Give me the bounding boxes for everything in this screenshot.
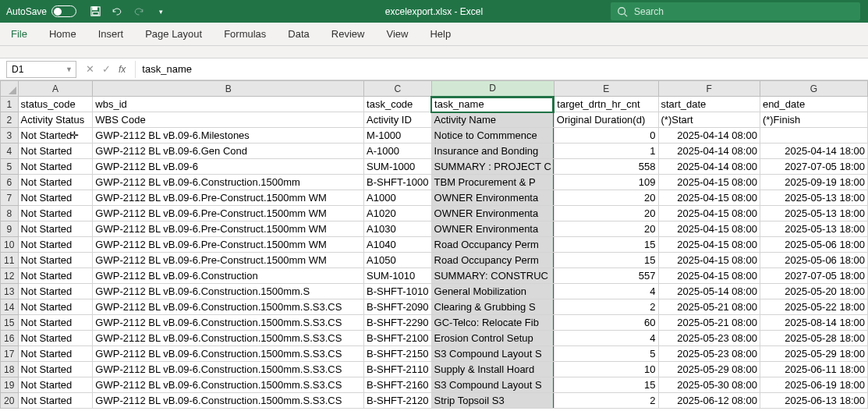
row-header[interactable]: 11 <box>1 253 19 268</box>
cell[interactable]: 2025-05-06 18:00 <box>760 253 867 268</box>
row-header[interactable]: 20 <box>1 393 19 409</box>
cell[interactable]: 2027-07-05 18:00 <box>760 268 867 284</box>
cell[interactable]: 2025-08-14 18:00 <box>760 315 867 331</box>
cell[interactable]: Activity Name <box>431 112 554 128</box>
cell[interactable]: start_date <box>658 97 760 112</box>
cell[interactable]: 2025-05-14 08:00 <box>658 284 760 299</box>
cell[interactable]: Not Started <box>18 237 93 253</box>
tab-home[interactable]: Home <box>38 23 87 45</box>
row-header[interactable]: 14 <box>1 299 19 315</box>
cell[interactable]: Not Started <box>18 284 93 299</box>
cell[interactable]: 20 <box>554 190 658 206</box>
col-header-C[interactable]: C <box>364 81 431 97</box>
cell[interactable]: Not Started <box>18 175 93 190</box>
spreadsheet-grid[interactable]: ABCDEFG1status_codewbs_idtask_codetask_n… <box>0 80 868 409</box>
tab-review[interactable]: Review <box>321 23 376 45</box>
cell[interactable]: B-SHFT-2100 <box>364 331 431 346</box>
cell[interactable]: task_name <box>431 97 554 112</box>
row-header[interactable]: 8 <box>1 206 19 221</box>
cell[interactable]: 2025-04-14 08:00 <box>658 143 760 159</box>
cell[interactable]: 20 <box>554 221 658 237</box>
cell[interactable]: GWP-2112 BL vB.09-6.Milestones <box>93 128 364 143</box>
row-header[interactable]: 17 <box>1 346 19 362</box>
enter-icon[interactable]: ✓ <box>102 63 111 75</box>
cell[interactable]: 2025-05-21 08:00 <box>658 315 760 331</box>
cell[interactable]: 2025-04-14 08:00 <box>658 159 760 175</box>
cell[interactable]: Road Occupancy Perm <box>431 253 554 268</box>
cell[interactable]: 2025-05-23 08:00 <box>658 331 760 346</box>
cell[interactable]: wbs_id <box>93 97 364 112</box>
cell[interactable]: OWNER Environmenta <box>431 206 554 221</box>
cell[interactable]: Insurance and Bonding <box>431 143 554 159</box>
cell[interactable]: GWP-2112 BL vB.09-6.Pre-Construct.1500mm… <box>93 190 364 206</box>
col-header-F[interactable]: F <box>658 81 760 97</box>
cell[interactable]: B-SHFT-2290 <box>364 315 431 331</box>
row-header[interactable]: 15 <box>1 315 19 331</box>
cell[interactable]: GWP-2112 BL vB.09-6.Pre-Construct.1500mm… <box>93 253 364 268</box>
cell[interactable]: 2025-04-15 08:00 <box>658 221 760 237</box>
row-header[interactable]: 9 <box>1 221 19 237</box>
cell[interactable]: A1020 <box>364 206 431 221</box>
cell[interactable]: GWP-2112 BL vB.09-6.Pre-Construct.1500mm… <box>93 206 364 221</box>
save-icon[interactable] <box>89 5 101 18</box>
cell[interactable]: 558 <box>554 159 658 175</box>
cell[interactable]: Activity Status <box>18 112 93 128</box>
cell[interactable]: OWNER Environmenta <box>431 221 554 237</box>
cell[interactable]: 4 <box>554 284 658 299</box>
cell[interactable] <box>760 128 867 143</box>
grid-area[interactable]: ABCDEFG1status_codewbs_idtask_codetask_n… <box>0 80 868 409</box>
row-header[interactable]: 6 <box>1 175 19 190</box>
cell[interactable]: TBM Procurement & P <box>431 175 554 190</box>
cell[interactable]: GWP-2112 BL vB.09-6.Gen Cond <box>93 143 364 159</box>
cell[interactable]: 0 <box>554 128 658 143</box>
row-header[interactable]: 12 <box>1 268 19 284</box>
row-header[interactable]: 2 <box>1 112 19 128</box>
redo-icon[interactable] <box>133 5 145 18</box>
row-header[interactable]: 16 <box>1 331 19 346</box>
cell[interactable]: Strip Topsoil S3 <box>431 393 554 409</box>
row-header[interactable]: 1 <box>1 97 19 112</box>
cell[interactable]: 15 <box>554 237 658 253</box>
tab-insert[interactable]: Insert <box>87 23 135 45</box>
row-header[interactable]: 3 <box>1 128 19 143</box>
cell[interactable]: Not Started <box>18 159 93 175</box>
cell[interactable]: B-SHFT-1010 <box>364 284 431 299</box>
cell[interactable]: 2025-05-23 08:00 <box>658 346 760 362</box>
cell[interactable]: A1030 <box>364 221 431 237</box>
cell[interactable]: GWP-2112 BL vB.09-6.Construction.1500mm.… <box>93 331 364 346</box>
cell[interactable]: 2 <box>554 299 658 315</box>
cell[interactable]: 60 <box>554 315 658 331</box>
cell[interactable]: Not Started <box>18 253 93 268</box>
cell[interactable]: 4 <box>554 331 658 346</box>
cell[interactable]: 2025-04-15 08:00 <box>658 268 760 284</box>
cell[interactable]: 2025-04-14 08:00 <box>658 128 760 143</box>
cell[interactable]: GWP-2112 BL vB.09-6.Pre-Construct.1500mm… <box>93 237 364 253</box>
cell[interactable]: General Mobilization <box>431 284 554 299</box>
cell[interactable]: A1050 <box>364 253 431 268</box>
cell[interactable]: 2025-05-13 18:00 <box>760 221 867 237</box>
cell[interactable]: Original Duration(d) <box>554 112 658 128</box>
cell[interactable]: SUMMARY: CONSTRUC <box>431 268 554 284</box>
cell[interactable]: Not Started <box>18 190 93 206</box>
cell[interactable]: 2025-09-19 18:00 <box>760 175 867 190</box>
cell[interactable]: GWP-2112 BL vB.09-6.Construction.1500mm.… <box>93 315 364 331</box>
cell[interactable]: Not Started <box>18 128 93 143</box>
cell[interactable]: Not Started <box>18 299 93 315</box>
cell[interactable]: GWP-2112 BL vB.09-6.Construction.1500mm.… <box>93 299 364 315</box>
fx-icon[interactable]: fx <box>119 64 126 75</box>
cell[interactable]: S3 Compound Layout S <box>431 377 554 393</box>
row-header[interactable]: 10 <box>1 237 19 253</box>
cell[interactable]: 2025-04-15 08:00 <box>658 175 760 190</box>
cell[interactable]: Supply & Install Hoard <box>431 362 554 377</box>
cell[interactable]: SUM-1010 <box>364 268 431 284</box>
row-header[interactable]: 19 <box>1 377 19 393</box>
tab-data[interactable]: Data <box>277 23 320 45</box>
row-header[interactable]: 18 <box>1 362 19 377</box>
cell[interactable]: (*)Start <box>658 112 760 128</box>
row-header[interactable]: 4 <box>1 143 19 159</box>
cancel-icon[interactable]: ✕ <box>86 63 94 75</box>
cell[interactable]: Notice to Commmence <box>431 128 554 143</box>
autosave-toggle[interactable] <box>51 5 76 17</box>
cell[interactable]: target_drtn_hr_cnt <box>554 97 658 112</box>
cell[interactable]: 2025-05-20 18:00 <box>760 284 867 299</box>
